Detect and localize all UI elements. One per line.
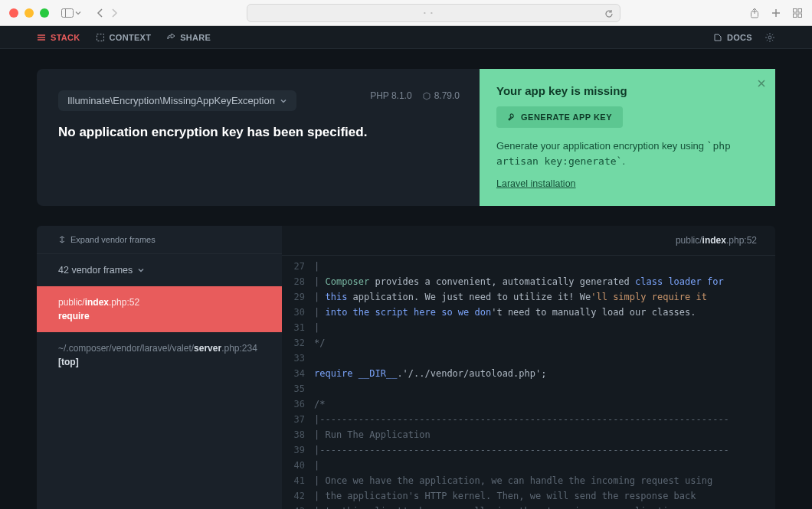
nav-share[interactable]: SHARE [166, 33, 211, 42]
exception-class: Illuminate\Encryption\MissingAppKeyExcep… [67, 95, 275, 106]
svg-point-8 [768, 36, 771, 39]
forward-button[interactable] [110, 7, 118, 19]
code-line: 27| [282, 259, 775, 274]
new-tab-icon[interactable] [771, 7, 781, 19]
code-line: 35 [282, 381, 775, 396]
laravel-installation-link[interactable]: Laravel installation [496, 178, 576, 189]
svg-rect-3 [794, 9, 797, 13]
code-line: 31| [282, 320, 775, 335]
code-body: 27|28| Composer provides a convenient, a… [282, 256, 775, 509]
url-bar[interactable]: • • [247, 4, 620, 22]
expand-vendor-frames[interactable]: Expand vendor frames [37, 226, 282, 254]
code-line: 40| [282, 458, 775, 473]
back-button[interactable] [97, 7, 104, 19]
reload-icon[interactable] [604, 7, 614, 18]
solution-card: Your app key is missing GENERATE APP KEY… [480, 69, 775, 206]
svg-rect-4 [798, 9, 802, 13]
close-window-button[interactable] [9, 8, 18, 18]
stack-trace: Expand vendor frames 42 vendor frames pu… [37, 226, 775, 509]
code-line: 43| to this client's browser, allowing t… [282, 504, 775, 509]
code-line: 39|-------------------------------------… [282, 442, 775, 458]
gear-icon [765, 32, 775, 43]
laravel-icon [423, 92, 431, 100]
code-line: 28| Composer provides a convenient, auto… [282, 274, 775, 289]
share-icon[interactable] [749, 7, 760, 19]
nav-docs[interactable]: DOCS [713, 33, 752, 42]
code-line: 41| Once we have the application, we can… [282, 473, 775, 488]
stack-frame[interactable]: ~/.composer/vendor/laravel/valet/server.… [37, 332, 282, 378]
main-container: Illuminate\Encryption\MissingAppKeyExcep… [0, 49, 812, 509]
chevron-down-icon [137, 266, 145, 274]
code-line: 38| Run The Application [282, 427, 775, 442]
wrench-icon [507, 113, 516, 122]
docs-icon [713, 33, 722, 42]
version-info: PHP 8.1.0 8.79.0 [370, 90, 460, 101]
top-nav: STACK CONTEXT SHARE DOCS [0, 26, 812, 49]
sidebar-toggle-button[interactable] [61, 8, 81, 18]
svg-rect-0 [62, 8, 74, 17]
svg-rect-6 [798, 14, 802, 18]
code-line: 34require __DIR__.'/../vendor/autoload.p… [282, 366, 775, 381]
share-arrow-icon [166, 33, 175, 42]
tabs-overview-icon[interactable] [792, 7, 803, 19]
code-column: public/index.php:52 27|28| Composer prov… [282, 226, 775, 509]
svg-rect-5 [794, 14, 797, 18]
maximize-window-button[interactable] [40, 8, 49, 18]
url-placeholder: • • [254, 9, 604, 16]
code-line: 32*/ [282, 335, 775, 351]
close-solution-button[interactable] [757, 77, 766, 89]
exception-header: Illuminate\Encryption\MissingAppKeyExcep… [37, 69, 775, 206]
settings-button[interactable] [765, 31, 775, 42]
solution-description: Generate your application encryption key… [496, 139, 758, 168]
vendor-frames-toggle[interactable]: 42 vendor frames [37, 254, 282, 286]
frames-column: Expand vendor frames 42 vendor frames pu… [37, 226, 282, 509]
exception-title: No application encryption key has been s… [58, 125, 460, 140]
expand-icon [58, 236, 66, 243]
code-line: 30| into the script here so we don't nee… [282, 305, 775, 320]
traffic-lights [9, 8, 49, 18]
code-line: 42| the application's HTTP kernel. Then,… [282, 488, 775, 504]
laravel-version: 8.79.0 [423, 90, 460, 101]
code-line: 29| this application. We just need to ut… [282, 289, 775, 305]
close-icon [757, 79, 766, 88]
nav-context[interactable]: CONTEXT [96, 33, 152, 42]
code-line: 33 [282, 351, 775, 366]
chevron-down-icon [75, 10, 81, 16]
solution-title: Your app key is missing [496, 84, 758, 97]
code-line: 37|-------------------------------------… [282, 412, 775, 427]
minimize-window-button[interactable] [25, 8, 34, 18]
php-version: PHP 8.1.0 [370, 90, 411, 101]
context-icon [96, 33, 105, 42]
nav-stack[interactable]: STACK [37, 33, 80, 42]
generate-app-key-button[interactable]: GENERATE APP KEY [496, 106, 623, 128]
exception-class-pill[interactable]: Illuminate\Encryption\MissingAppKeyExcep… [58, 90, 296, 111]
code-file-path: public/index.php:52 [282, 226, 775, 256]
stack-frame-active[interactable]: public/index.php:52 require [37, 286, 282, 332]
chevron-down-icon [280, 97, 287, 105]
browser-chrome: • • [0, 0, 812, 26]
code-line: 36/* [282, 396, 775, 412]
stack-icon [37, 33, 46, 42]
svg-rect-7 [97, 34, 103, 41]
